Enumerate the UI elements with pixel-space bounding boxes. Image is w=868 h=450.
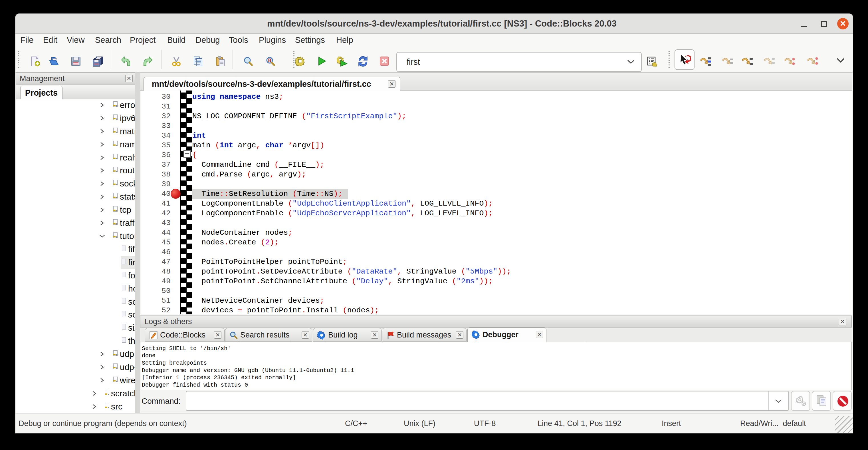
svg-text:R: R: [268, 58, 272, 63]
